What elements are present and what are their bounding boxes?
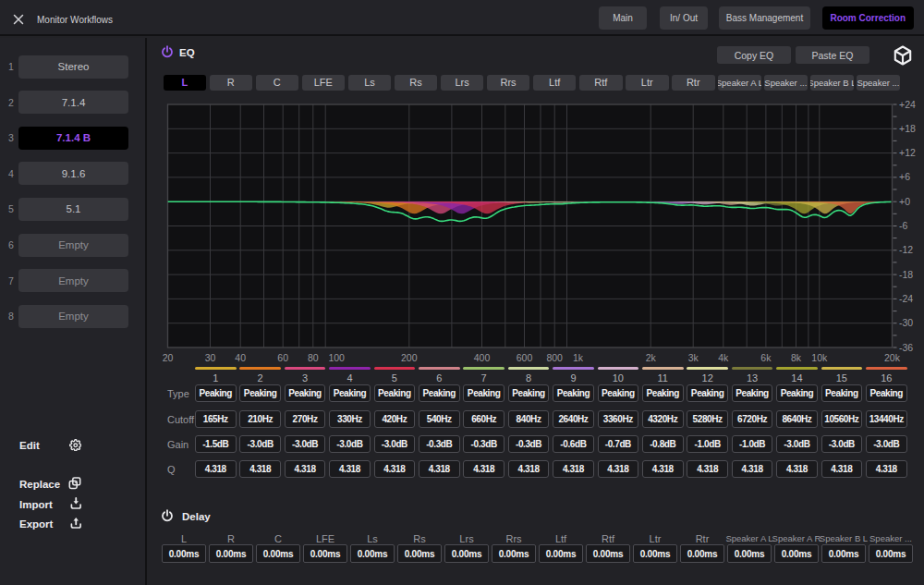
svg-text:-30: -30 xyxy=(899,317,913,328)
svg-text:-12: -12 xyxy=(899,244,913,255)
svg-text:6k: 6k xyxy=(760,352,772,363)
svg-text:-24: -24 xyxy=(899,293,913,304)
svg-text:+24: +24 xyxy=(899,99,916,110)
svg-text:+18: +18 xyxy=(899,123,916,134)
svg-text:1k: 1k xyxy=(573,352,584,363)
svg-text:10k: 10k xyxy=(811,352,828,363)
svg-text:+6: +6 xyxy=(899,171,910,182)
svg-text:30: 30 xyxy=(205,352,216,363)
svg-text:+12: +12 xyxy=(899,147,916,158)
svg-text:3k: 3k xyxy=(688,352,699,363)
svg-text:80: 80 xyxy=(308,352,319,363)
svg-text:-36: -36 xyxy=(899,342,913,353)
svg-text:4k: 4k xyxy=(718,352,729,363)
svg-text:600: 600 xyxy=(517,352,533,363)
svg-text:800: 800 xyxy=(546,352,563,363)
svg-text:20: 20 xyxy=(163,352,174,363)
svg-text:8k: 8k xyxy=(791,352,802,363)
svg-text:60: 60 xyxy=(277,352,288,363)
svg-text:400: 400 xyxy=(474,352,491,363)
svg-text:+0: +0 xyxy=(899,196,910,207)
svg-text:200: 200 xyxy=(401,352,418,363)
svg-text:20k: 20k xyxy=(884,352,901,363)
svg-text:2k: 2k xyxy=(646,352,657,363)
svg-text:-18: -18 xyxy=(899,269,913,280)
svg-text:-6: -6 xyxy=(899,220,907,231)
svg-text:100: 100 xyxy=(328,352,345,363)
svg-text:40: 40 xyxy=(235,352,246,363)
